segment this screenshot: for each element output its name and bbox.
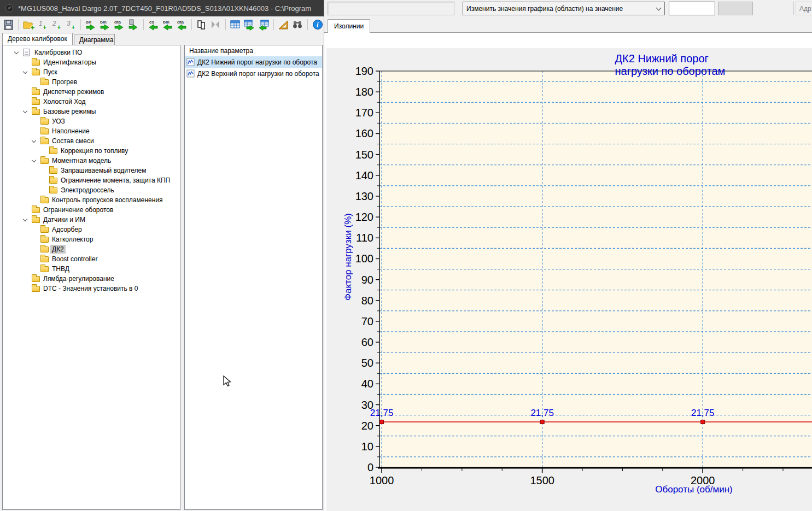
folder-icon xyxy=(40,128,49,134)
export-ori-icon[interactable]: ori xyxy=(84,18,97,31)
tree-item[interactable]: Пуск xyxy=(3,67,180,77)
tree-item[interactable]: Базовые режимы xyxy=(3,107,180,116)
toolbar-separator xyxy=(273,19,274,30)
import-dta-icon[interactable]: dta xyxy=(176,18,188,31)
compare-icon[interactable] xyxy=(195,18,208,31)
chevron-down-icon[interactable] xyxy=(14,50,19,54)
tree-item-dk2-selected[interactable]: ДК2 xyxy=(3,244,180,254)
window-title: *MG1US008_Haval Dargo 2.0T_7DCT450_F01R0… xyxy=(18,4,311,13)
tree-item[interactable]: Состав смеси xyxy=(3,136,180,146)
folder-icon xyxy=(49,187,57,193)
tree-item[interactable]: Коррекция по топливу xyxy=(3,146,180,156)
tree-item[interactable]: Моментная модель xyxy=(3,156,180,166)
parameter-row-lower-threshold[interactable]: ДК2 Нижний порог нагрузки по оборота xyxy=(185,56,322,68)
tab-calibration-tree[interactable]: Дерево калибровок xyxy=(2,33,73,45)
tree-item[interactable]: Электродроссель xyxy=(3,185,180,195)
table-import-icon[interactable] xyxy=(258,18,270,31)
tree-item[interactable]: Прогрев xyxy=(3,77,180,87)
parameter-row-upper-threshold[interactable]: ДК2 Верхний порог нагрузки по оборота xyxy=(185,68,322,79)
svg-text:21,75: 21,75 xyxy=(691,408,715,418)
graph-value-input[interactable] xyxy=(669,2,715,15)
info-icon[interactable]: i xyxy=(311,18,324,31)
add-3-icon[interactable]: 3+ xyxy=(65,18,77,31)
svg-text:10: 10 xyxy=(361,440,373,453)
svg-text:0: 0 xyxy=(367,461,373,473)
chart-plot[interactable]: 0102030405060708090100110120130140150160… xyxy=(324,33,812,511)
toolbar-separator xyxy=(143,19,144,30)
toolbar-separator xyxy=(225,19,226,30)
tree-item[interactable]: Наполнение xyxy=(3,126,180,136)
tree-item[interactable]: ТНВД xyxy=(3,264,180,274)
svg-text:190: 190 xyxy=(355,65,373,77)
tab-isolines[interactable]: Изолинии xyxy=(328,19,370,33)
export-device-icon[interactable] xyxy=(127,18,139,31)
add-1-icon[interactable]: 1+ xyxy=(36,18,49,31)
graph-action-select[interactable]: Изменить значения графика (области) на з… xyxy=(463,2,665,15)
left-tab-bar: Дерево калибровок Диаграмма xyxy=(0,33,324,45)
svg-text:cs: cs xyxy=(149,20,154,25)
folder-icon xyxy=(49,168,57,174)
measure-icon[interactable] xyxy=(277,18,290,31)
tree-item[interactable]: Boost controller xyxy=(3,254,180,264)
tree-item[interactable]: Запрашиваемый водителем xyxy=(3,166,180,175)
calibration-tree[interactable]: Калибровки ПО Идентификаторы Пуск Прогре… xyxy=(2,45,180,510)
graph-apply-button[interactable] xyxy=(718,2,753,15)
tree-item[interactable]: DTC - Значения установить в 0 xyxy=(3,284,180,293)
find-icon[interactable] xyxy=(291,18,304,31)
x-axis-title: Обороты (об/мин) xyxy=(655,484,733,495)
tree-item[interactable]: Контроль пропусков воспламенения xyxy=(3,195,180,205)
tree-item[interactable]: УОЗ xyxy=(3,116,180,126)
svg-text:2: 2 xyxy=(52,20,56,27)
tree-item[interactable]: Адсорбер xyxy=(3,225,180,234)
import-cs-icon[interactable]: cs xyxy=(147,18,159,31)
export-dta-icon[interactable]: dta xyxy=(113,18,125,31)
export-bin-icon[interactable]: bin xyxy=(98,18,111,31)
tree-item[interactable]: Калибровки ПО xyxy=(3,48,180,57)
chevron-down-icon xyxy=(656,5,662,11)
svg-text:80: 80 xyxy=(361,295,373,307)
svg-text:60: 60 xyxy=(361,336,373,348)
tree-item[interactable]: Идентификаторы xyxy=(3,57,180,67)
save-icon[interactable] xyxy=(2,18,15,31)
tree-item[interactable]: Холостой Ход xyxy=(3,97,180,107)
chevron-down-icon[interactable] xyxy=(23,109,27,113)
table-icon[interactable] xyxy=(229,18,242,31)
svg-text:21,75: 21,75 xyxy=(530,408,554,418)
graph-tab-bar: Изолинии xyxy=(324,17,812,33)
parameter-list-header: Название параметра xyxy=(185,45,322,56)
tree-item[interactable]: Диспетчер режимов xyxy=(3,87,180,97)
svg-text:ori: ori xyxy=(86,20,91,25)
folder-icon xyxy=(32,109,40,115)
parameter-list[interactable]: Название параметра ДК2 Нижний порог нагр… xyxy=(184,45,323,510)
chevron-down-icon[interactable] xyxy=(32,158,36,162)
main-toolbar: + 1+ 2+ 3+ ori bin dta cs bin dta xyxy=(0,16,324,33)
svg-text:180: 180 xyxy=(355,86,373,98)
window-titlebar[interactable]: *MG1US008_Haval Dargo 2.0T_7DCT450_F01R0… xyxy=(0,0,324,16)
merge-icon[interactable] xyxy=(209,18,222,31)
tree-item[interactable]: Катколлектор xyxy=(3,234,180,244)
tree-item[interactable]: Лямбда-регулирование xyxy=(3,274,180,284)
open-add-icon[interactable]: + xyxy=(22,18,34,31)
folder-icon xyxy=(40,119,49,125)
chevron-down-icon[interactable] xyxy=(23,69,27,74)
chevron-down-icon[interactable] xyxy=(23,217,27,221)
folder-icon xyxy=(40,138,49,144)
import-bin-icon[interactable]: bin xyxy=(161,18,174,31)
tree-item[interactable]: Ограничение оборотов xyxy=(3,205,180,215)
tree-item[interactable]: Датчики и ИМ xyxy=(3,215,180,225)
svg-text:50: 50 xyxy=(361,357,373,369)
folder-icon xyxy=(32,207,40,213)
folder-icon xyxy=(32,286,40,292)
address-button[interactable]: Адр xyxy=(796,2,812,15)
tab-diagram[interactable]: Диаграмма xyxy=(74,34,115,45)
tree-item[interactable]: Ограничение момента, защита КПП xyxy=(3,175,180,185)
folder-icon xyxy=(32,69,40,75)
folder-icon xyxy=(32,99,40,105)
toolbar-separator xyxy=(307,19,308,30)
svg-text:+: + xyxy=(43,23,47,31)
chevron-down-icon[interactable] xyxy=(32,138,36,143)
table-export-icon[interactable] xyxy=(243,18,256,31)
y-axis-title: Фактор нагрузки (%) xyxy=(343,213,354,301)
add-2-icon[interactable]: 2+ xyxy=(50,18,63,31)
folder-icon xyxy=(40,79,49,85)
